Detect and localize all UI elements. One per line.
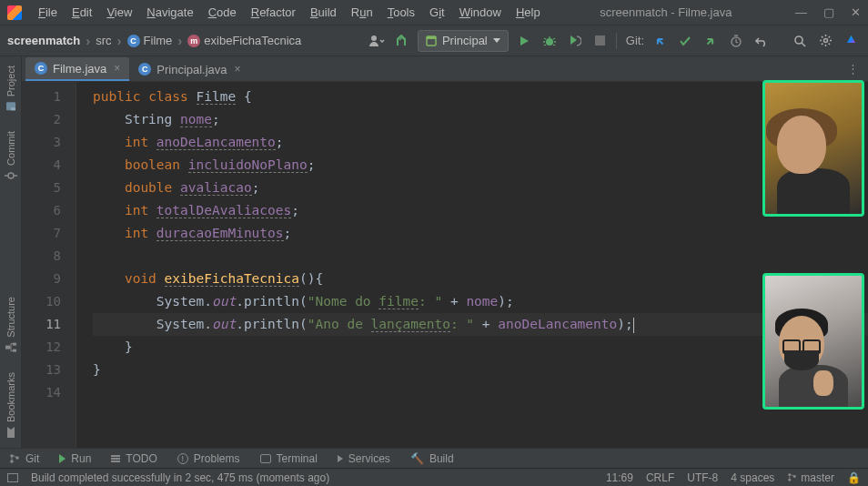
- line-number[interactable]: 13: [22, 359, 61, 381]
- toolwindow-terminal[interactable]: Terminal: [260, 452, 318, 465]
- menu-help[interactable]: Help: [509, 0, 548, 25]
- git-update-button[interactable]: [650, 31, 670, 51]
- line-number[interactable]: 5: [22, 177, 61, 199]
- webcam-overlay-1: [762, 80, 864, 217]
- menu-navigate[interactable]: Navigate: [139, 0, 200, 25]
- bookmark-icon: [5, 426, 17, 439]
- ide-logo-icon: [7, 5, 22, 20]
- caret-position[interactable]: 11:69: [606, 471, 633, 484]
- menu-code[interactable]: Code: [201, 0, 244, 25]
- project-icon: [5, 100, 17, 113]
- menu-tools[interactable]: Tools: [380, 0, 422, 25]
- menu-build[interactable]: Build: [303, 0, 344, 25]
- git-branch-icon: [9, 453, 20, 464]
- search-everywhere-button[interactable]: [790, 31, 810, 51]
- terminal-icon: [260, 454, 271, 463]
- toolwindow-problems[interactable]: !Problems: [177, 452, 240, 465]
- svg-rect-12: [5, 346, 10, 349]
- maximize-button[interactable]: ▢: [823, 5, 834, 19]
- line-separator[interactable]: CRLF: [646, 471, 674, 484]
- menu-refactor[interactable]: Refactor: [244, 0, 303, 25]
- git-history-button[interactable]: [726, 31, 746, 51]
- toolwindow-bookmarks[interactable]: Bookmarks: [5, 372, 17, 439]
- minimize-button[interactable]: —: [795, 5, 807, 19]
- line-number[interactable]: 6: [22, 199, 61, 222]
- close-window-button[interactable]: ✕: [851, 5, 861, 19]
- line-number[interactable]: 8: [22, 245, 61, 268]
- todo-icon: [111, 455, 120, 462]
- back-build-icon[interactable]: [392, 31, 412, 51]
- breadcrumb-method[interactable]: mexibeFichaTecnica: [187, 34, 301, 47]
- menu-run[interactable]: Run: [344, 0, 380, 25]
- menu-view[interactable]: View: [99, 0, 139, 25]
- git-branch-status[interactable]: master: [787, 471, 834, 484]
- line-number[interactable]: 1: [22, 86, 61, 108]
- code-area[interactable]: ▲ 3 public class Filme { String nome; in…: [76, 82, 868, 448]
- toolwindow-structure[interactable]: Structure: [5, 297, 17, 354]
- menu-file[interactable]: File: [31, 0, 65, 25]
- method-icon: m: [187, 35, 200, 47]
- settings-button[interactable]: [815, 31, 835, 51]
- tab-label: Principal.java: [156, 63, 227, 76]
- structure-icon: [5, 341, 17, 354]
- editor-tabs: C Filme.java × C Principal.java × ⋮: [0, 56, 868, 82]
- svg-point-3: [546, 38, 553, 46]
- line-number[interactable]: 14: [22, 381, 61, 404]
- tab-overflow-button[interactable]: ⋮: [847, 62, 859, 81]
- menu-window[interactable]: Window: [452, 0, 509, 25]
- toolwindow-services[interactable]: Services: [338, 452, 390, 465]
- line-number[interactable]: 10: [22, 290, 61, 313]
- line-number[interactable]: 9: [22, 268, 61, 290]
- git-commit-button[interactable]: [675, 31, 695, 51]
- services-icon: [338, 455, 343, 462]
- tab-principal[interactable]: C Principal.java ×: [129, 57, 249, 81]
- svg-point-17: [789, 479, 792, 481]
- line-number[interactable]: 7: [22, 222, 61, 245]
- toolwindow-run[interactable]: Run: [59, 452, 91, 465]
- svg-point-16: [789, 473, 792, 476]
- breadcrumb-project[interactable]: screenmatch: [7, 34, 80, 47]
- breadcrumb-src[interactable]: src: [96, 34, 111, 47]
- toolwindow-commit[interactable]: Commit: [5, 131, 17, 182]
- toolwindow-todo[interactable]: TODO: [111, 452, 156, 465]
- line-number[interactable]: 11: [22, 313, 61, 336]
- breadcrumb-class[interactable]: CFilme: [127, 34, 173, 47]
- line-number[interactable]: 4: [22, 154, 61, 177]
- code-with-me-button[interactable]: [841, 31, 861, 51]
- toolwindow-build[interactable]: 🔨Build: [410, 452, 454, 465]
- commit-icon: [5, 169, 17, 182]
- toolwindow-git[interactable]: Git: [9, 452, 39, 465]
- menu-git[interactable]: Git: [422, 0, 452, 25]
- line-number[interactable]: 3: [22, 131, 61, 154]
- rollback-button[interactable]: [752, 31, 772, 51]
- run-coverage-button[interactable]: [565, 31, 585, 51]
- line-number-gutter[interactable]: 1 2 3 4 5 6 7 8 9 10 11 12 13 14: [22, 82, 76, 448]
- toolwindow-project[interactable]: Project: [5, 66, 17, 113]
- file-encoding[interactable]: UTF-8: [687, 471, 718, 484]
- chevron-right-icon: ›: [86, 33, 90, 48]
- play-icon: [59, 454, 66, 463]
- indent-setting[interactable]: 4 spaces: [731, 471, 774, 484]
- svg-point-6: [823, 39, 827, 43]
- toolwindow-toggle-icon[interactable]: [7, 473, 18, 482]
- run-button[interactable]: [514, 31, 534, 51]
- title-bar: File Edit View Navigate Code Refactor Bu…: [0, 0, 868, 25]
- line-number[interactable]: 2: [22, 108, 61, 131]
- hammer-icon: 🔨: [410, 452, 424, 465]
- close-tab-icon[interactable]: ×: [114, 62, 120, 75]
- navigation-bar: screenmatch › src › CFilme › mexibeFicha…: [0, 25, 868, 56]
- left-toolwindow-strip: Project Commit Structure Bookmarks: [0, 56, 22, 448]
- user-dropdown-icon[interactable]: [367, 31, 387, 51]
- window-title: screenmatch - Filme.java: [548, 5, 784, 19]
- tab-filme[interactable]: C Filme.java ×: [25, 57, 129, 81]
- lock-icon[interactable]: 🔒: [847, 471, 861, 484]
- close-tab-icon[interactable]: ×: [235, 63, 241, 76]
- stop-button[interactable]: [590, 31, 611, 51]
- menu-edit[interactable]: Edit: [65, 0, 99, 25]
- line-number[interactable]: 12: [22, 336, 61, 359]
- svg-rect-2: [427, 36, 436, 39]
- git-push-button[interactable]: [701, 31, 721, 51]
- debug-button[interactable]: [540, 31, 560, 51]
- code-editor[interactable]: 1 2 3 4 5 6 7 8 9 10 11 12 13 14 ▲ 3 pub…: [22, 82, 868, 448]
- run-configuration-selector[interactable]: Principal: [418, 30, 509, 52]
